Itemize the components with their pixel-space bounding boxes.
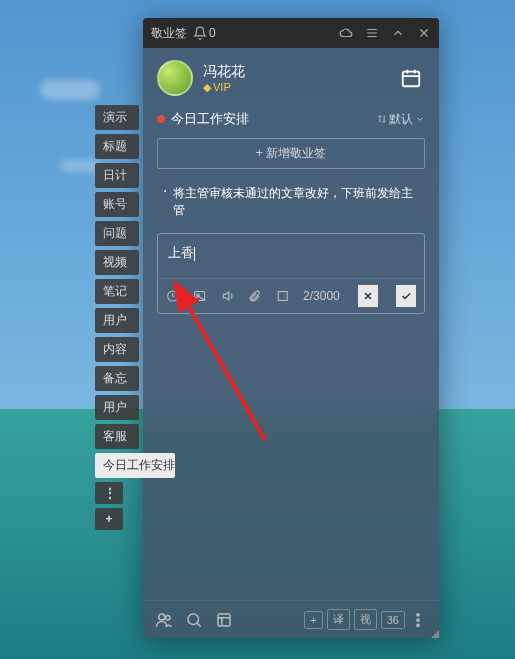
svg-point-6 xyxy=(166,615,171,620)
sort-icon xyxy=(377,114,387,124)
sort-dropdown[interactable]: 默认 xyxy=(377,111,425,128)
avatar[interactable] xyxy=(157,60,193,96)
titlebar: 敬业签 0 xyxy=(143,18,439,48)
search-icon[interactable] xyxy=(185,611,203,629)
resize-handle[interactable] xyxy=(427,626,441,640)
expand-icon[interactable] xyxy=(276,288,289,304)
svg-point-11 xyxy=(417,624,419,626)
menu-icon[interactable] xyxy=(365,26,379,40)
sort-label: 默认 xyxy=(389,111,413,128)
sidebar-item[interactable]: 账号 xyxy=(95,192,139,217)
sidebar-item[interactable]: 备忘 xyxy=(95,366,139,391)
sidebar-item[interactable]: 用户 xyxy=(95,308,139,333)
note-text: 将主管审核未通过的文章改好，下班前发给主管 xyxy=(173,185,419,219)
svg-rect-8 xyxy=(218,614,230,626)
sidebar-add-button[interactable]: + xyxy=(95,508,123,530)
sidebar-item[interactable]: 客服 xyxy=(95,424,139,449)
image-icon[interactable] xyxy=(193,288,206,304)
note-input-box: 上香 2/3000 xyxy=(157,233,425,314)
section-header: 今日工作安排 默认 xyxy=(143,104,439,134)
confirm-button[interactable] xyxy=(396,285,416,307)
close-icon[interactable] xyxy=(417,26,431,40)
svg-point-7 xyxy=(188,614,199,625)
note-input[interactable]: 上香 xyxy=(158,234,424,278)
text-cursor xyxy=(194,247,195,261)
footer-plus-button[interactable]: + xyxy=(304,611,322,629)
sidebar-item[interactable]: 日计 xyxy=(95,163,139,188)
sidebar-item[interactable]: 演示 xyxy=(95,105,139,130)
contacts-icon[interactable] xyxy=(155,611,173,629)
user-bar: 冯花花 VIP xyxy=(143,48,439,104)
sidebar-tabs: 演示 标题 日计 账号 问题 视频 笔记 用户 内容 备忘 用户 客服 今日工作… xyxy=(95,105,175,534)
sidebar-item[interactable]: 视频 xyxy=(95,250,139,275)
x-icon xyxy=(362,290,374,302)
check-icon xyxy=(400,290,412,302)
footer-bar: + 译 视 36 xyxy=(143,600,439,638)
note-item[interactable]: 将主管审核未通过的文章改好，下班前发给主管 xyxy=(143,179,439,225)
chevron-up-icon[interactable] xyxy=(391,26,405,40)
cloud-icon[interactable] xyxy=(339,26,353,40)
chevron-down-icon xyxy=(415,114,425,124)
section-title: 今日工作安排 xyxy=(171,110,249,128)
vip-badge: VIP xyxy=(203,81,245,94)
sidebar-item[interactable]: 内容 xyxy=(95,337,139,362)
footer-count-button[interactable]: 36 xyxy=(381,611,405,629)
attachment-icon[interactable] xyxy=(248,288,261,304)
sidebar-item[interactable]: 用户 xyxy=(95,395,139,420)
svg-rect-4 xyxy=(278,292,287,301)
cancel-button[interactable] xyxy=(358,285,378,307)
calendar-button[interactable] xyxy=(397,64,425,92)
sidebar-item-active[interactable]: 今日工作安排 xyxy=(95,453,175,478)
svg-point-5 xyxy=(159,614,165,620)
notification-bell[interactable]: 0 xyxy=(193,26,216,40)
calendar-icon xyxy=(400,67,422,89)
notif-count: 0 xyxy=(209,26,216,40)
sidebar-item[interactable]: 问题 xyxy=(95,221,139,246)
more-icon[interactable] xyxy=(409,611,427,629)
input-toolbar: 2/3000 xyxy=(158,278,424,313)
sound-icon[interactable] xyxy=(221,288,234,304)
list-icon[interactable] xyxy=(215,611,233,629)
sidebar-item[interactable]: 笔记 xyxy=(95,279,139,304)
footer-translate-button[interactable]: 译 xyxy=(327,609,350,630)
svg-rect-0 xyxy=(403,72,420,87)
svg-point-9 xyxy=(417,613,419,615)
char-count: 2/3000 xyxy=(303,289,340,303)
svg-point-10 xyxy=(417,618,419,620)
main-panel: 敬业签 0 冯花花 VIP 今日工作安排 默认 xyxy=(143,18,439,638)
sidebar-item[interactable]: 标题 xyxy=(95,134,139,159)
bell-icon xyxy=(193,26,207,40)
app-title: 敬业签 xyxy=(151,25,187,42)
sidebar-more-button[interactable]: ⋮ xyxy=(95,482,123,504)
username: 冯花花 xyxy=(203,63,245,81)
footer-view-button[interactable]: 视 xyxy=(354,609,377,630)
add-note-button[interactable]: + 新增敬业签 xyxy=(157,138,425,169)
